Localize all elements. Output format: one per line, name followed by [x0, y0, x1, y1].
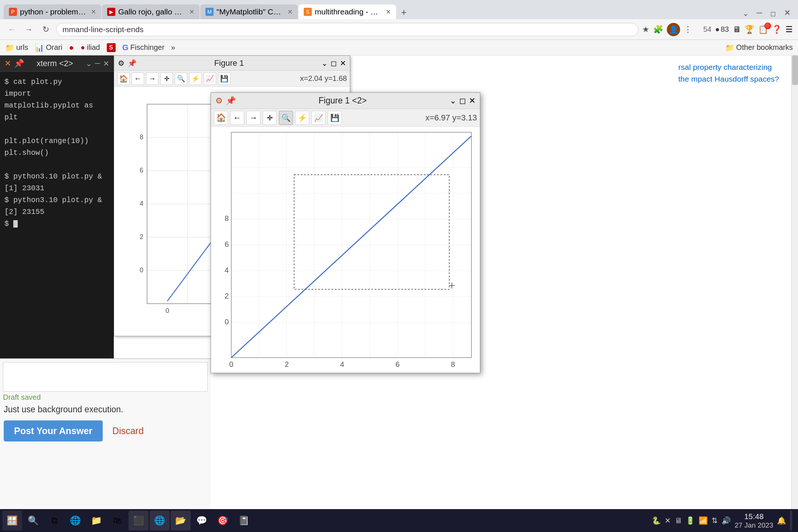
fig2-zoom-btn[interactable]: 🔍 [279, 111, 293, 125]
taskbar-search[interactable]: 🔍 [23, 511, 43, 531]
taskbar-jupyter[interactable]: 📓 [234, 511, 254, 531]
so-notifications[interactable]: 📋 🔴 [758, 25, 768, 34]
figure1-collapse-btn[interactable]: ⌄ [321, 59, 328, 68]
figure1-expand-btn[interactable]: ◻ [331, 59, 337, 68]
so-rep-count: 54 [703, 25, 711, 34]
sidebar-link[interactable]: rsal property characterizing the mpact H… [678, 61, 785, 85]
tray-datetime[interactable]: 15:48 27 Jan 2023 [734, 511, 773, 530]
fig1-back-btn[interactable]: ← [132, 72, 144, 85]
taskbar-explorer[interactable]: 📁 [86, 511, 106, 531]
bookmark-iliad-icon: ● [81, 43, 85, 52]
editor-area-blank[interactable] [3, 362, 208, 392]
taskbar-task-view[interactable]: ⧉ [44, 511, 64, 531]
figure2-coord: x=6.97 y=3.13 [426, 113, 477, 123]
figure2-settings-icon[interactable]: ⚙ [215, 96, 223, 106]
tab-python[interactable]: P python - problem on generati... ✕ [4, 4, 101, 19]
taskbar-files2[interactable]: 📂 [171, 511, 191, 531]
so-help[interactable]: ❓ [772, 25, 782, 34]
bookmark-star[interactable]: ★ [642, 25, 649, 34]
bookmark-more[interactable]: » [171, 43, 175, 52]
so-inbox[interactable]: 🖥 [733, 25, 741, 34]
figure1-settings-icon[interactable]: ⚙ [118, 59, 125, 68]
figure2-window: ⚙ 📌 Figure 1 <2> ⌄ ◻ ✕ 🏠 ← → ✛ 🔍 ⚡ 📈 💾 x… [211, 92, 480, 373]
fig2-forward-btn[interactable]: → [246, 111, 260, 125]
profile-avatar[interactable]: 👤 [667, 23, 680, 36]
tab-matplotlib-custom[interactable]: M "MyMatplotlib" Custom Filtere... ✕ [200, 4, 298, 19]
bookmark-fischinger[interactable]: G Fischinger [122, 43, 164, 52]
fig2-pan-btn[interactable]: ✛ [263, 111, 277, 125]
fig1-pan-btn[interactable]: ✛ [160, 72, 173, 85]
action-buttons-row: Post Your Answer Discard [0, 416, 211, 446]
fig2-home-btn[interactable]: 🏠 [214, 111, 228, 125]
taskbar-app1[interactable]: 🎯 [213, 511, 233, 531]
extensions-icon[interactable]: 🧩 [653, 25, 663, 34]
fig2-save-btn[interactable]: 💾 [328, 111, 342, 125]
figure1-close-btn[interactable]: ✕ [340, 59, 346, 68]
svg-text:8: 8 [140, 133, 143, 141]
bookmark-s-icon[interactable]: S [107, 43, 116, 52]
tab-arrow-down[interactable]: ⌄ [740, 7, 752, 19]
bookmark-iliad[interactable]: ● iliad [81, 43, 100, 52]
svg-text:2: 2 [140, 233, 143, 241]
figure2-plot: 0 2 4 6 8 0 2 4 6 8 [211, 127, 480, 373]
fig1-zoom-btn[interactable]: 🔍 [175, 72, 187, 85]
post-answer-button[interactable]: Post Your Answer [4, 420, 103, 441]
bookmark-orari-label: Orari [46, 43, 62, 52]
tab-multithreading[interactable]: S multithreading - Python Matp... ✕ [299, 4, 396, 19]
so-achievements[interactable]: 🏆 [744, 25, 754, 34]
fig2-lines-btn[interactable]: 📈 [311, 111, 325, 125]
browser-menu[interactable]: ⋮ [684, 25, 692, 34]
tab-close-multithreading[interactable]: ✕ [386, 8, 391, 16]
tab-close-matplotlib-custom[interactable]: ✕ [287, 8, 293, 16]
figure2-collapse-btn[interactable]: ⌄ [450, 96, 456, 106]
tray-notification-bell[interactable]: 🔔 [777, 516, 786, 525]
fig1-save-btn[interactable]: 💾 [218, 72, 231, 85]
window-close[interactable]: ✕ [780, 7, 794, 19]
tray-network: 📶 [699, 516, 708, 525]
tab-gallo[interactable]: ▶ Gallo rojo, gallo negro | Silvia... ✕ [102, 4, 200, 19]
xterm-title: xterm <2> [37, 59, 73, 68]
so-menu[interactable]: ☰ [785, 25, 793, 34]
taskbar-store[interactable]: 🛍 [108, 511, 127, 531]
taskbar-terminal[interactable]: ⬛ [129, 511, 149, 531]
tray-x11-icon: ✕ [665, 516, 671, 525]
bookmark-urls[interactable]: 📁 urls [5, 43, 28, 52]
nav-refresh[interactable]: ↻ [39, 23, 52, 36]
discard-button[interactable]: Discard [109, 420, 147, 441]
figure2-expand-btn[interactable]: ◻ [459, 96, 466, 106]
nav-forward[interactable]: → [22, 23, 35, 36]
nav-back[interactable]: ← [5, 23, 18, 36]
window-maximize[interactable]: ◻ [767, 8, 780, 19]
fig2-configure-btn[interactable]: ⚡ [295, 111, 309, 125]
fig2-back-btn[interactable]: ← [230, 111, 244, 125]
figure1-coord: x=2.04 y=1.68 [300, 74, 347, 83]
terminal-line-3 [4, 123, 109, 135]
scroll-thumb[interactable] [792, 55, 798, 85]
show-desktop-btn[interactable] [790, 511, 792, 531]
tab-title-python: python - problem on generati... [20, 7, 86, 16]
bookmark-red[interactable]: ● [69, 43, 74, 52]
bookmark-orari[interactable]: 📊 Orari [35, 43, 62, 52]
fig1-settings-btn[interactable]: ⚡ [189, 72, 202, 85]
taskbar-chrome[interactable]: 🌐 [150, 511, 170, 531]
taskbar-whatsapp[interactable]: 💬 [192, 511, 212, 531]
new-tab-button[interactable]: + [397, 5, 411, 19]
window-minimize[interactable]: ─ [753, 7, 766, 19]
fig1-home-btn[interactable]: 🏠 [117, 72, 130, 85]
xterm-close-btn[interactable]: ✕ [103, 59, 109, 68]
taskbar-edge[interactable]: 🌐 [65, 511, 85, 531]
xterm-minimize-btn[interactable]: ─ [95, 59, 100, 68]
tab-bar: P python - problem on generati... ✕ ▶ Ga… [0, 0, 798, 19]
address-input-container[interactable]: mmand-line-script-ends [56, 23, 638, 36]
tray-python-icon: 🐍 [652, 516, 661, 525]
start-button[interactable]: 🪟 [2, 511, 22, 531]
figure2-close-btn[interactable]: ✕ [469, 96, 475, 106]
xterm-pin: 📌 [14, 59, 24, 68]
fig1-lines-btn[interactable]: 📈 [204, 72, 216, 85]
tab-close-gallo[interactable]: ✕ [189, 8, 194, 16]
xterm-collapse[interactable]: ⌄ [86, 59, 92, 68]
tab-close-python[interactable]: ✕ [91, 8, 96, 16]
figure1-toolbar: 🏠 ← → ✛ 🔍 ⚡ 📈 💾 x=2.04 y=1.68 [114, 71, 350, 87]
bookmark-other[interactable]: 📁 Other bookmarks [725, 43, 793, 52]
fig1-forward-btn[interactable]: → [146, 72, 158, 85]
